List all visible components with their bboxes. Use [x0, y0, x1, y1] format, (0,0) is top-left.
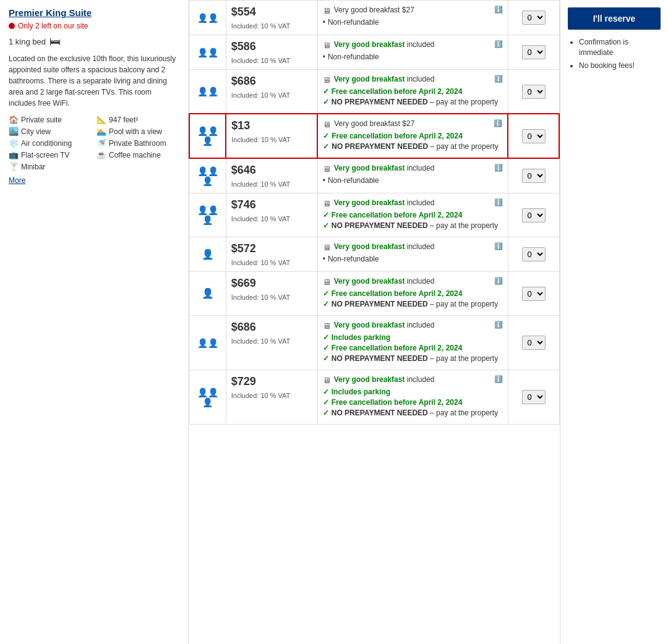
check-icon: ✓ — [323, 211, 329, 219]
table-row: 👤👤👤 $13 Included: 10 % VAT 🖥 Very good b… — [189, 114, 559, 158]
check-icon: ✓ — [323, 87, 329, 96]
info-icon[interactable]: ℹ️ — [494, 119, 502, 127]
breakfast-row: 🖥 Very good breakfast $27 ℹ️ — [323, 6, 503, 18]
quantity-select[interactable]: 012345 — [522, 247, 546, 261]
conditions-cell: 🖥 Very good breakfast included ℹ️ ✓ Incl… — [317, 370, 508, 425]
condition-text: NO PREPAYMENT NEEDED – pay at the proper… — [332, 409, 498, 417]
info-icon[interactable]: ℹ️ — [494, 321, 503, 329]
table-row: 👤👤 $554 Included: 10 % VAT 🖥 Very good b… — [189, 1, 559, 35]
breakfast-row: 🖥 Very good breakfast included ℹ️ — [323, 75, 503, 87]
condition-item: ✓ NO PREPAYMENT NEEDED – pay at the prop… — [323, 221, 503, 230]
amenity-icon: 🏙️ — [9, 127, 19, 136]
price-vat: Included: 10 % VAT — [231, 57, 312, 64]
more-link[interactable]: More — [9, 176, 179, 185]
availability-dot-icon — [9, 23, 15, 29]
monitor-icon: 🖥 — [323, 243, 331, 252]
condition-item: ✓ NO PREPAYMENT NEEDED – pay at the prop… — [323, 142, 502, 151]
amenity-label: Air conditioning — [21, 139, 72, 148]
condition-item: • Non-refundable — [323, 18, 503, 27]
monitor-icon: 🖥 — [323, 6, 331, 15]
condition-text: Free cancellation before April 2, 2024 — [332, 87, 463, 96]
bullet-icon: • — [323, 18, 325, 27]
monitor-icon: 🖥 — [323, 75, 331, 85]
quantity-select[interactable]: 012345 — [522, 45, 546, 59]
info-icon[interactable]: ℹ️ — [494, 277, 503, 285]
guests-cell: 👤👤👤 — [189, 370, 226, 425]
price-cell: $554 Included: 10 % VAT — [226, 1, 317, 35]
price-cell: $646 Included: 10 % VAT — [226, 158, 317, 193]
table-row: 👤👤 $686 Included: 10 % VAT 🖥 Very good b… — [189, 70, 559, 114]
table-row: 👤 $669 Included: 10 % VAT 🖥 Very good br… — [189, 272, 559, 316]
table-row: 👤👤 $586 Included: 10 % VAT 🖥 Very good b… — [189, 35, 559, 70]
quantity-select[interactable]: 012345 — [522, 390, 546, 404]
amenity-label: City view — [21, 127, 51, 136]
conditions-cell: 🖥 Very good breakfast $27 ℹ️ ✓ Free canc… — [317, 114, 508, 158]
amenity-item: 🚿Private Bathroom — [96, 138, 179, 148]
quantity-select[interactable]: 012345 — [522, 336, 546, 350]
info-icon[interactable]: ℹ️ — [494, 242, 503, 250]
price-amount: $586 — [231, 40, 312, 53]
monitor-icon: 🖥 — [323, 41, 331, 50]
price-amount: $554 — [231, 6, 312, 19]
price-cell: $729 Included: 10 % VAT — [226, 370, 317, 425]
condition-text: NO PREPAYMENT NEEDED – pay at the proper… — [332, 98, 498, 106]
condition-item: ✓ Includes parking — [323, 388, 503, 396]
quantity-cell: 012345 — [508, 158, 559, 193]
guests-cell: 👤👤 — [189, 70, 226, 114]
guest-icons: 👤👤 — [195, 338, 221, 348]
guest-icons: 👤👤👤 — [195, 166, 221, 186]
info-icon[interactable]: ℹ️ — [494, 164, 503, 172]
condition-text: Includes parking — [332, 388, 390, 396]
amenity-item: 📺Flat-screen TV — [9, 150, 92, 159]
reserve-panel: I'll reserve Confirmation is immediateNo… — [560, 0, 668, 644]
check-icon: ✓ — [323, 333, 329, 342]
condition-text: Free cancellation before April 2, 2024 — [332, 211, 463, 219]
info-icon[interactable]: ℹ️ — [494, 198, 503, 206]
check-icon: ✓ — [323, 221, 329, 230]
amenity-label: 947 feet² — [109, 116, 138, 124]
amenity-label: Coffee machine — [109, 151, 161, 159]
amenity-item: 🍸Minibar — [9, 162, 92, 171]
price-amount: $686 — [231, 321, 312, 334]
amenity-item: 🏠Private suite — [9, 115, 92, 124]
reserve-button[interactable]: I'll reserve — [568, 7, 661, 30]
bed-icon: 🛏 — [49, 35, 61, 48]
price-amount: $572 — [231, 242, 312, 255]
table-row: 👤👤 $686 Included: 10 % VAT 🖥 Very good b… — [189, 316, 559, 370]
quantity-select[interactable]: 012345 — [522, 208, 546, 222]
price-cell: $686 Included: 10 % VAT — [226, 316, 317, 370]
breakfast-text: Very good breakfast included — [334, 375, 435, 384]
quantity-select[interactable]: 012345 — [522, 169, 546, 183]
amenity-icon: 🚿 — [96, 138, 106, 148]
info-icon[interactable]: ℹ️ — [494, 40, 503, 48]
guest-icons: 👤 — [195, 250, 221, 260]
quantity-cell: 012345 — [508, 114, 559, 158]
guest-icons: 👤👤👤 — [195, 205, 221, 225]
quantity-select[interactable]: 012345 — [522, 11, 546, 25]
condition-item: ✓ Free cancellation before April 2, 2024 — [323, 211, 503, 219]
price-cell: $572 Included: 10 % VAT — [226, 237, 317, 272]
guests-cell: 👤👤👤 — [189, 158, 226, 193]
price-vat: Included: 10 % VAT — [231, 337, 312, 345]
quantity-select[interactable]: 012345 — [522, 287, 546, 301]
info-icon[interactable]: ℹ️ — [494, 6, 503, 14]
quantity-select[interactable]: 012345 — [522, 129, 546, 143]
condition-item: ✓ NO PREPAYMENT NEEDED – pay at the prop… — [323, 98, 503, 106]
condition-text: Free cancellation before April 2, 2024 — [332, 344, 463, 352]
table-row: 👤👤👤 $746 Included: 10 % VAT 🖥 Very good … — [189, 193, 559, 237]
info-icon[interactable]: ℹ️ — [494, 75, 503, 83]
room-title[interactable]: Premier King Suite — [9, 7, 179, 18]
amenity-label: Flat-screen TV — [21, 151, 69, 159]
condition-item: ✓ Free cancellation before April 2, 2024 — [323, 344, 503, 352]
bullet-icon: • — [323, 176, 325, 185]
guest-icons: 👤👤 — [195, 87, 221, 96]
price-vat: Included: 10 % VAT — [231, 392, 312, 399]
price-cell: $686 Included: 10 % VAT — [226, 70, 317, 114]
breakfast-row: 🖥 Very good breakfast included ℹ️ — [323, 40, 503, 53]
condition-item: ✓ Free cancellation before April 2, 2024 — [323, 132, 502, 140]
quantity-select[interactable]: 012345 — [522, 85, 546, 99]
amenity-item: ☕Coffee machine — [96, 150, 179, 159]
info-icon[interactable]: ℹ️ — [494, 375, 503, 383]
guests-cell: 👤👤 — [189, 316, 226, 370]
breakfast-row: 🖥 Very good breakfast included ℹ️ — [323, 164, 503, 176]
